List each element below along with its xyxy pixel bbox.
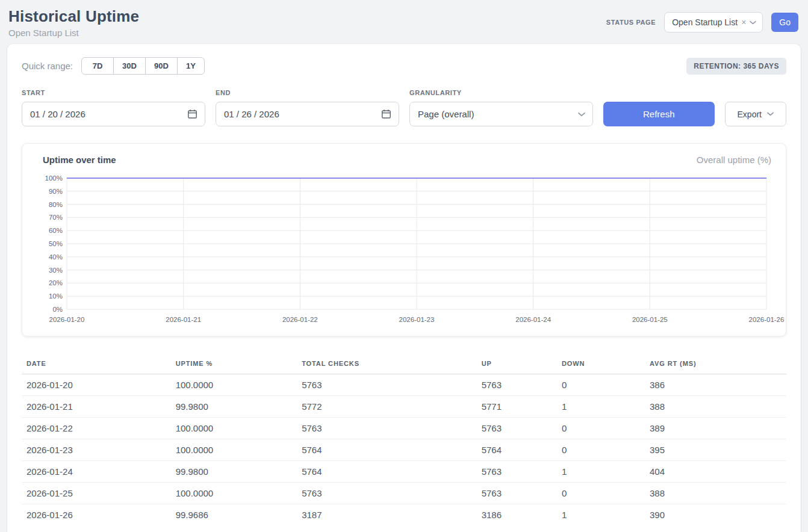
retention-badge: RETENTION: 365 DAYS <box>686 58 786 75</box>
table-row: 2026-01-23100.0000576457640395 <box>22 439 786 461</box>
end-date-field-group: END 01 / 26 / 2026 <box>216 89 399 126</box>
table-cell: 5763 <box>477 418 557 439</box>
calendar-icon[interactable] <box>187 109 197 119</box>
svg-text:2026-01-26: 2026-01-26 <box>749 316 785 323</box>
table-cell: 3187 <box>297 504 476 526</box>
table-cell: 100.0000 <box>171 483 297 504</box>
table-cell: 2026-01-23 <box>22 439 171 461</box>
column-header-total-checks: TOTAL CHECKS <box>297 354 476 374</box>
svg-text:50%: 50% <box>49 240 63 247</box>
svg-text:0%: 0% <box>52 306 63 313</box>
table-cell: 2026-01-22 <box>22 418 171 439</box>
clear-icon[interactable]: × <box>741 18 746 26</box>
export-button[interactable]: Export <box>725 102 786 126</box>
table-cell: 100.0000 <box>171 418 297 439</box>
table-cell: 1 <box>557 504 645 526</box>
page-subtitle: Open Startup List <box>8 28 139 38</box>
granularity-label: GRANULARITY <box>409 89 593 96</box>
start-date-field-group: START 01 / 20 / 2026 <box>22 89 205 126</box>
header-controls: STATUS PAGE Open Startup List × Go <box>606 7 798 32</box>
svg-text:80%: 80% <box>49 201 63 208</box>
filter-form-row: START 01 / 20 / 2026 END 01 / 26 / 2026 <box>22 89 786 126</box>
status-page-label: STATUS PAGE <box>606 19 656 26</box>
table-cell: 2026-01-26 <box>22 504 171 526</box>
calendar-icon[interactable] <box>381 109 391 119</box>
table-cell: 1 <box>557 396 645 418</box>
table-cell: 100.0000 <box>171 374 297 396</box>
start-date-value: 01 / 20 / 2026 <box>30 109 85 119</box>
quick-range-30d[interactable]: 30D <box>113 57 146 75</box>
table-cell: 2026-01-20 <box>22 374 171 396</box>
table-cell: 389 <box>645 418 786 439</box>
quick-range-90d[interactable]: 90D <box>145 57 178 75</box>
column-header-down: DOWN <box>557 354 645 374</box>
go-button[interactable]: Go <box>771 13 798 32</box>
granularity-selected-value: Page (overall) <box>418 109 474 119</box>
uptime-chart-card: Uptime over time Overall uptime (%) 0%10… <box>22 143 786 336</box>
end-date-value: 01 / 26 / 2026 <box>224 109 279 119</box>
table-cell: 386 <box>645 374 786 396</box>
table-cell: 5763 <box>297 483 476 504</box>
svg-text:30%: 30% <box>49 267 63 274</box>
table-cell: 100.0000 <box>171 439 297 461</box>
table-cell: 99.9686 <box>171 504 297 526</box>
table-cell: 5771 <box>477 396 557 418</box>
start-date-input[interactable]: 01 / 20 / 2026 <box>22 102 205 126</box>
refresh-button[interactable]: Refresh <box>603 102 715 126</box>
table-row: 2026-01-22100.0000576357630389 <box>22 418 786 439</box>
main-card: Quick range: 7D 30D 90D 1Y RETENTION: 36… <box>7 44 801 532</box>
table-row: 2026-01-2499.9800576457631404 <box>22 461 786 483</box>
end-date-label: END <box>216 89 399 96</box>
svg-text:2026-01-23: 2026-01-23 <box>399 316 435 323</box>
chevron-down-icon <box>750 20 756 25</box>
column-header-uptime-pct: UPTIME % <box>171 354 297 374</box>
svg-text:2026-01-21: 2026-01-21 <box>166 316 201 323</box>
quick-range-label: Quick range: <box>22 61 73 71</box>
table-cell: 0 <box>557 418 645 439</box>
chevron-down-icon <box>578 112 585 117</box>
table-cell: 2026-01-21 <box>22 396 171 418</box>
svg-text:2026-01-22: 2026-01-22 <box>282 316 318 323</box>
table-cell: 5763 <box>297 374 476 396</box>
table-cell: 0 <box>557 483 645 504</box>
quick-range-row: Quick range: 7D 30D 90D 1Y RETENTION: 36… <box>22 57 786 75</box>
table-cell: 5764 <box>297 439 476 461</box>
table-row: 2026-01-2199.9800577257711388 <box>22 396 786 418</box>
svg-text:40%: 40% <box>49 253 63 261</box>
svg-text:60%: 60% <box>49 227 63 234</box>
status-page-select[interactable]: Open Startup List × <box>664 12 763 32</box>
svg-text:2026-01-20: 2026-01-20 <box>49 316 85 323</box>
table-cell: 5763 <box>477 483 557 504</box>
column-header-up: UP <box>477 354 557 374</box>
table-cell: 5772 <box>297 396 476 418</box>
uptime-table-header: DATE UPTIME % TOTAL CHECKS UP DOWN AVG R… <box>22 354 786 374</box>
uptime-table-body: 2026-01-20100.00005763576303862026-01-21… <box>22 374 786 526</box>
page-header: Historical Uptime Open Startup List STAT… <box>0 0 808 44</box>
svg-text:90%: 90% <box>49 188 63 195</box>
column-header-avg-rt: AVG RT (MS) <box>645 354 786 374</box>
table-cell: 3186 <box>477 504 557 526</box>
table-cell: 5763 <box>297 418 476 439</box>
quick-range-1y[interactable]: 1Y <box>177 57 205 75</box>
table-cell: 5764 <box>477 439 557 461</box>
svg-text:70%: 70% <box>49 214 63 221</box>
svg-text:2026-01-24: 2026-01-24 <box>515 316 551 323</box>
granularity-select[interactable]: Page (overall) <box>409 102 593 126</box>
page-title: Historical Uptime <box>8 7 139 26</box>
table-cell: 2026-01-24 <box>22 461 171 483</box>
column-header-date: DATE <box>22 354 171 374</box>
table-cell: 99.9800 <box>171 396 297 418</box>
table-cell: 0 <box>557 374 645 396</box>
chart-title: Uptime over time <box>43 155 116 165</box>
quick-range-group: 7D 30D 90D 1Y <box>81 57 205 75</box>
table-cell: 395 <box>645 439 786 461</box>
chart-legend: Overall uptime (%) <box>697 155 771 165</box>
status-page-selected-value: Open Startup List <box>672 17 738 27</box>
end-date-input[interactable]: 01 / 26 / 2026 <box>216 102 399 126</box>
export-button-label: Export <box>738 110 762 119</box>
svg-text:2026-01-25: 2026-01-25 <box>632 316 668 323</box>
table-row: 2026-01-25100.0000576357630388 <box>22 483 786 504</box>
quick-range-7d[interactable]: 7D <box>81 57 114 75</box>
table-row: 2026-01-2699.9686318731861390 <box>22 504 786 526</box>
uptime-table: DATE UPTIME % TOTAL CHECKS UP DOWN AVG R… <box>22 354 786 525</box>
